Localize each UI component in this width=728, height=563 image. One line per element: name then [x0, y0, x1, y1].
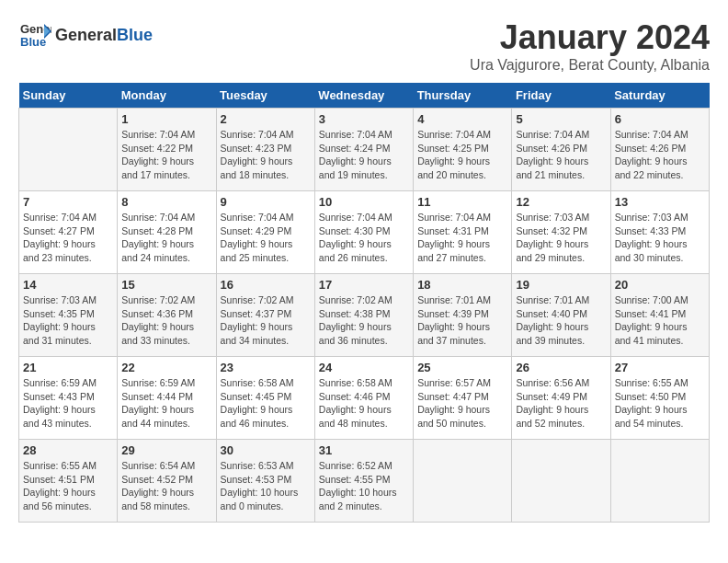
calendar-cell: 26Sunrise: 6:56 AM Sunset: 4:49 PM Dayli… — [512, 357, 610, 440]
calendar-cell: 11Sunrise: 7:04 AM Sunset: 4:31 PM Dayli… — [414, 191, 512, 274]
day-number: 16 — [221, 278, 311, 292]
weekday-header-saturday: Saturday — [610, 83, 709, 109]
day-info: Sunrise: 6:54 AM Sunset: 4:52 PM Dayligh… — [121, 459, 211, 513]
day-info: Sunrise: 7:04 AM Sunset: 4:26 PM Dayligh… — [615, 128, 705, 182]
day-number: 22 — [121, 361, 211, 374]
calendar-cell: 9Sunrise: 7:04 AM Sunset: 4:29 PM Daylig… — [216, 191, 314, 274]
day-info: Sunrise: 7:02 AM Sunset: 4:36 PM Dayligh… — [121, 293, 211, 348]
header: General Blue GeneralBlue January 2024 Ur… — [18, 18, 710, 74]
day-number: 1 — [121, 112, 211, 126]
day-number: 9 — [221, 195, 311, 209]
day-info: Sunrise: 7:04 AM Sunset: 4:30 PM Dayligh… — [319, 211, 409, 265]
calendar-cell: 18Sunrise: 7:01 AM Sunset: 4:39 PM Dayli… — [414, 274, 512, 357]
calendar-cell: 12Sunrise: 7:03 AM Sunset: 4:32 PM Dayli… — [512, 191, 610, 274]
day-number: 19 — [516, 278, 606, 292]
calendar-cell: 4Sunrise: 7:04 AM Sunset: 4:25 PM Daylig… — [414, 109, 512, 191]
day-info: Sunrise: 7:03 AM Sunset: 4:32 PM Dayligh… — [516, 211, 606, 265]
day-info: Sunrise: 7:02 AM Sunset: 4:37 PM Dayligh… — [221, 293, 311, 348]
svg-text:Blue: Blue — [20, 35, 46, 49]
main-title: January 2024 — [470, 18, 710, 57]
day-info: Sunrise: 7:04 AM Sunset: 4:31 PM Dayligh… — [417, 211, 507, 265]
calendar-cell: 24Sunrise: 6:58 AM Sunset: 4:46 PM Dayli… — [314, 357, 413, 440]
week-row-3: 14Sunrise: 7:03 AM Sunset: 4:35 PM Dayli… — [19, 274, 710, 357]
calendar: SundayMondayTuesdayWednesdayThursdayFrid… — [18, 83, 710, 523]
weekday-header-sunday: Sunday — [19, 83, 118, 109]
calendar-cell: 2Sunrise: 7:04 AM Sunset: 4:23 PM Daylig… — [216, 109, 314, 191]
calendar-cell: 20Sunrise: 7:00 AM Sunset: 4:41 PM Dayli… — [610, 274, 709, 357]
calendar-cell: 19Sunrise: 7:01 AM Sunset: 4:40 PM Dayli… — [512, 274, 610, 357]
day-number: 30 — [221, 443, 311, 457]
calendar-body: 1Sunrise: 7:04 AM Sunset: 4:22 PM Daylig… — [19, 109, 710, 523]
day-number: 2 — [221, 112, 311, 126]
day-info: Sunrise: 6:56 AM Sunset: 4:49 PM Dayligh… — [516, 376, 606, 431]
day-info: Sunrise: 7:03 AM Sunset: 4:33 PM Dayligh… — [615, 211, 705, 265]
subtitle: Ura Vajgurore, Berat County, Albania — [470, 57, 710, 74]
day-number: 13 — [615, 195, 705, 209]
day-info: Sunrise: 7:04 AM Sunset: 4:24 PM Dayligh… — [319, 128, 409, 182]
day-number: 27 — [615, 361, 705, 374]
calendar-cell — [19, 109, 118, 191]
title-area: January 2024 Ura Vajgurore, Berat County… — [470, 18, 710, 74]
day-number: 12 — [516, 195, 606, 209]
day-number: 14 — [23, 278, 113, 292]
weekday-row: SundayMondayTuesdayWednesdayThursdayFrid… — [19, 83, 710, 109]
day-info: Sunrise: 6:55 AM Sunset: 4:51 PM Dayligh… — [23, 459, 113, 513]
day-info: Sunrise: 7:01 AM Sunset: 4:39 PM Dayligh… — [417, 293, 507, 348]
calendar-cell: 16Sunrise: 7:02 AM Sunset: 4:37 PM Dayli… — [216, 274, 314, 357]
week-row-1: 1Sunrise: 7:04 AM Sunset: 4:22 PM Daylig… — [19, 109, 710, 191]
weekday-header-friday: Friday — [512, 83, 610, 109]
day-number: 15 — [121, 278, 211, 292]
day-info: Sunrise: 6:52 AM Sunset: 4:55 PM Dayligh… — [319, 459, 409, 513]
calendar-cell: 14Sunrise: 7:03 AM Sunset: 4:35 PM Dayli… — [19, 274, 118, 357]
calendar-cell: 8Sunrise: 7:04 AM Sunset: 4:28 PM Daylig… — [118, 191, 216, 274]
day-number: 8 — [121, 195, 211, 209]
day-info: Sunrise: 6:58 AM Sunset: 4:46 PM Dayligh… — [319, 376, 409, 431]
day-info: Sunrise: 7:04 AM Sunset: 4:27 PM Dayligh… — [23, 211, 113, 265]
calendar-cell: 31Sunrise: 6:52 AM Sunset: 4:55 PM Dayli… — [314, 440, 413, 523]
weekday-header-monday: Monday — [118, 83, 216, 109]
calendar-cell: 7Sunrise: 7:04 AM Sunset: 4:27 PM Daylig… — [19, 191, 118, 274]
day-number: 26 — [516, 361, 606, 374]
weekday-header-wednesday: Wednesday — [314, 83, 413, 109]
day-number: 29 — [121, 443, 211, 457]
day-info: Sunrise: 6:53 AM Sunset: 4:53 PM Dayligh… — [221, 459, 311, 513]
logo: General Blue GeneralBlue — [18, 18, 153, 52]
logo-text-general: General — [55, 26, 117, 45]
calendar-cell: 21Sunrise: 6:59 AM Sunset: 4:43 PM Dayli… — [19, 357, 118, 440]
calendar-cell — [512, 440, 610, 523]
calendar-cell: 29Sunrise: 6:54 AM Sunset: 4:52 PM Dayli… — [118, 440, 216, 523]
calendar-cell: 17Sunrise: 7:02 AM Sunset: 4:38 PM Dayli… — [314, 274, 413, 357]
calendar-cell: 1Sunrise: 7:04 AM Sunset: 4:22 PM Daylig… — [118, 109, 216, 191]
day-info: Sunrise: 7:03 AM Sunset: 4:35 PM Dayligh… — [23, 293, 113, 348]
logo-text-blue: Blue — [117, 26, 153, 45]
calendar-cell — [414, 440, 512, 523]
day-number: 23 — [221, 361, 311, 374]
weekday-header-thursday: Thursday — [414, 83, 512, 109]
calendar-cell: 10Sunrise: 7:04 AM Sunset: 4:30 PM Dayli… — [314, 191, 413, 274]
day-number: 20 — [615, 278, 705, 292]
calendar-cell — [610, 440, 709, 523]
day-info: Sunrise: 7:04 AM Sunset: 4:25 PM Dayligh… — [417, 128, 507, 182]
calendar-cell: 28Sunrise: 6:55 AM Sunset: 4:51 PM Dayli… — [19, 440, 118, 523]
day-info: Sunrise: 7:01 AM Sunset: 4:40 PM Dayligh… — [516, 293, 606, 348]
day-number: 11 — [417, 195, 507, 209]
day-number: 7 — [23, 195, 113, 209]
day-number: 5 — [516, 112, 606, 126]
day-info: Sunrise: 7:02 AM Sunset: 4:38 PM Dayligh… — [319, 293, 409, 348]
day-info: Sunrise: 7:04 AM Sunset: 4:23 PM Dayligh… — [221, 128, 311, 182]
day-number: 10 — [319, 195, 409, 209]
calendar-cell: 22Sunrise: 6:59 AM Sunset: 4:44 PM Dayli… — [118, 357, 216, 440]
day-number: 4 — [417, 112, 507, 126]
calendar-header: SundayMondayTuesdayWednesdayThursdayFrid… — [19, 83, 710, 109]
logo-icon: General Blue — [18, 18, 51, 52]
calendar-cell: 27Sunrise: 6:55 AM Sunset: 4:50 PM Dayli… — [610, 357, 709, 440]
calendar-cell: 5Sunrise: 7:04 AM Sunset: 4:26 PM Daylig… — [512, 109, 610, 191]
calendar-cell: 15Sunrise: 7:02 AM Sunset: 4:36 PM Dayli… — [118, 274, 216, 357]
day-info: Sunrise: 6:55 AM Sunset: 4:50 PM Dayligh… — [615, 376, 705, 431]
day-number: 18 — [417, 278, 507, 292]
calendar-cell: 6Sunrise: 7:04 AM Sunset: 4:26 PM Daylig… — [610, 109, 709, 191]
day-number: 6 — [615, 112, 705, 126]
week-row-4: 21Sunrise: 6:59 AM Sunset: 4:43 PM Dayli… — [19, 357, 710, 440]
week-row-2: 7Sunrise: 7:04 AM Sunset: 4:27 PM Daylig… — [19, 191, 710, 274]
calendar-cell: 25Sunrise: 6:57 AM Sunset: 4:47 PM Dayli… — [414, 357, 512, 440]
